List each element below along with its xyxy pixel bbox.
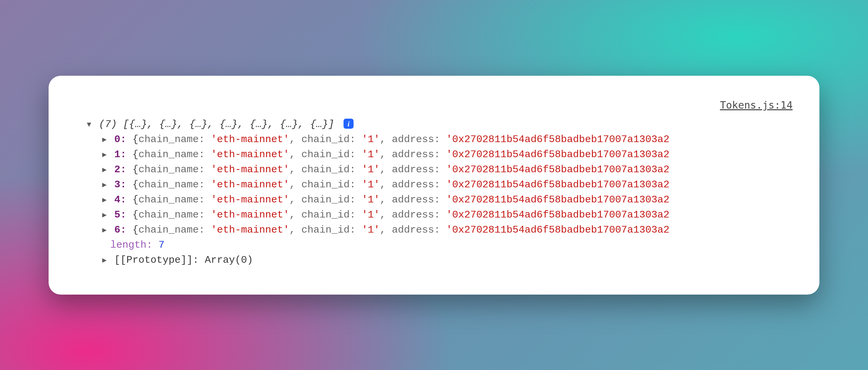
chevron-right-icon[interactable]: [102, 164, 108, 176]
array-item-row[interactable]: 3: {chain_name: 'eth-mainnet', chain_id:…: [75, 177, 793, 192]
chevron-right-icon[interactable]: [102, 180, 108, 191]
array-index: 1:: [114, 149, 126, 160]
chevron-right-icon[interactable]: [102, 255, 108, 266]
array-item-row[interactable]: 2: {chain_name: 'eth-mainnet', chain_id:…: [75, 162, 793, 177]
source-link[interactable]: Tokens.js:14: [75, 99, 793, 111]
chevron-right-icon[interactable]: [102, 150, 108, 160]
array-index: 4:: [114, 194, 126, 206]
chevron-right-icon[interactable]: [102, 134, 108, 146]
prop-key: chain_name:: [138, 134, 205, 145]
length-value: 7: [158, 239, 164, 251]
prototype-value: Array(0): [205, 254, 253, 266]
console-panel: Tokens.js:14 (7) [{…}, {…}, {…}, {…}, {……: [49, 76, 819, 295]
array-index: 6:: [114, 224, 126, 236]
prop-value: 'eth-mainnet': [211, 134, 289, 145]
array-summary-row[interactable]: (7) [{…}, {…}, {…}, {…}, {…}, {…}, {…}] …: [75, 117, 793, 132]
array-summary: [{…}, {…}, {…}, {…}, {…}, {…}, {…}]: [123, 119, 334, 130]
chevron-down-icon[interactable]: [87, 119, 93, 130]
chevron-right-icon[interactable]: [102, 225, 108, 236]
prop-key: address:: [392, 134, 440, 145]
array-item-row[interactable]: 5: {chain_name: 'eth-mainnet', chain_id:…: [75, 208, 793, 222]
prop-key: chain_id:: [301, 134, 355, 145]
array-item-row[interactable]: 1: {chain_name: 'eth-mainnet', chain_id:…: [75, 147, 793, 162]
info-icon[interactable]: i: [343, 119, 353, 129]
array-count: (7): [99, 119, 117, 130]
prototype-label: [[Prototype]]: [114, 254, 193, 266]
array-item-row[interactable]: 4: {chain_name: 'eth-mainnet', chain_id:…: [75, 192, 793, 208]
array-index: 0:: [114, 134, 126, 145]
array-index: 5:: [114, 209, 126, 220]
prop-value: '0x2702811b54ad6f58badbeb17007a1303a2: [446, 134, 669, 145]
array-index: 3:: [114, 179, 126, 190]
length-label: length: [110, 239, 147, 251]
source-file-text: Tokens.js:14: [720, 99, 793, 111]
chevron-right-icon[interactable]: [102, 210, 108, 221]
array-item-row[interactable]: 6: {chain_name: 'eth-mainnet', chain_id:…: [75, 222, 793, 238]
array-index: 2:: [114, 164, 126, 175]
prop-value: '1': [362, 134, 380, 145]
open-brace: {: [132, 134, 138, 145]
array-item-row[interactable]: 0: {chain_name: 'eth-mainnet', chain_id:…: [75, 132, 793, 147]
array-prototype-row[interactable]: [[Prototype]]: Array(0): [75, 253, 793, 268]
array-length-row: length: 7: [75, 238, 793, 253]
chevron-right-icon[interactable]: [102, 195, 108, 206]
